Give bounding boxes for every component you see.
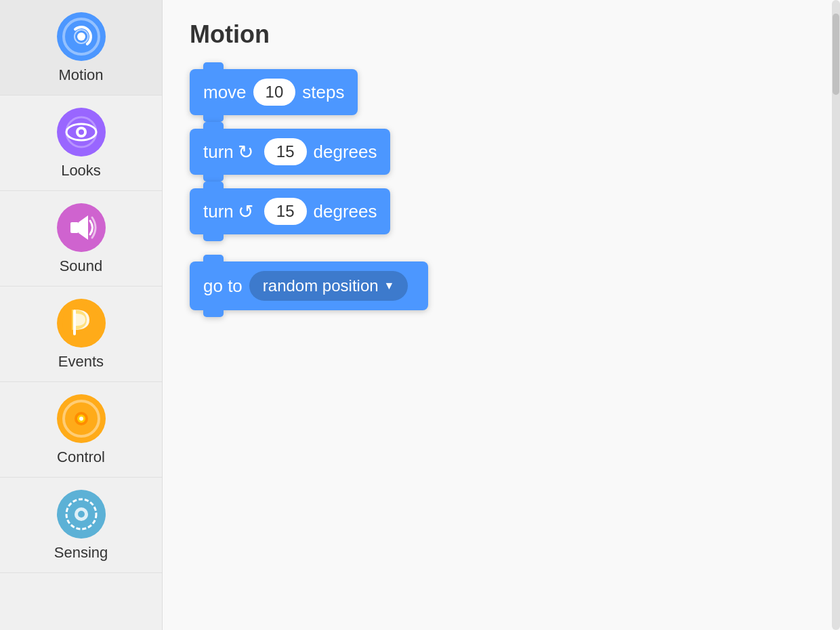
- sidebar: Motion Looks Sound: [0, 0, 163, 630]
- control-icon-circle: [57, 394, 106, 443]
- counterclockwise-icon: ↺: [238, 201, 253, 223]
- move-steps-input[interactable]: 10: [253, 79, 296, 106]
- sidebar-events-label: Events: [58, 353, 104, 371]
- turn-cw-input[interactable]: 15: [264, 138, 307, 165]
- move-steps-block[interactable]: move 10 steps: [190, 69, 358, 115]
- motion-icon-circle: [57, 12, 106, 61]
- go-to-block[interactable]: go to random position ▼: [190, 261, 428, 310]
- block-move-steps: move 10 steps: [190, 69, 813, 115]
- go-to-dropdown[interactable]: random position ▼: [249, 271, 408, 301]
- scrollbar-track[interactable]: [832, 0, 840, 630]
- clockwise-icon: ↻: [238, 141, 253, 163]
- sidebar-control-label: Control: [57, 448, 105, 466]
- sensing-icon-circle: [57, 490, 106, 539]
- looks-icon-circle: [57, 108, 106, 156]
- sidebar-item-motion[interactable]: Motion: [0, 0, 162, 96]
- dropdown-arrow-icon: ▼: [384, 280, 395, 292]
- turn-ccw-input[interactable]: 15: [264, 198, 307, 225]
- turn-clockwise-block[interactable]: turn ↻ 15 degrees: [190, 129, 390, 175]
- events-icon: [61, 303, 102, 343]
- svg-point-7: [79, 129, 84, 135]
- sidebar-item-looks[interactable]: Looks: [0, 96, 162, 191]
- turn-ccw-block[interactable]: turn ↺ 15 degrees: [190, 188, 390, 234]
- main-content: Motion move 10 steps turn ↻ 15 degrees t…: [163, 0, 840, 630]
- control-icon: [61, 398, 102, 439]
- sound-icon: [61, 207, 102, 248]
- svg-rect-8: [70, 222, 79, 233]
- sidebar-item-control[interactable]: Control: [0, 382, 162, 478]
- svg-marker-9: [79, 215, 88, 240]
- svg-point-2: [77, 33, 85, 41]
- sidebar-item-sound[interactable]: Sound: [0, 191, 162, 287]
- steps-text: steps: [302, 82, 344, 103]
- sidebar-sound-label: Sound: [60, 257, 103, 275]
- turn-cw-text: turn: [203, 142, 234, 163]
- sidebar-looks-label: Looks: [61, 162, 101, 180]
- dropdown-value: random position: [263, 276, 379, 295]
- svg-point-15: [79, 417, 83, 421]
- degrees-cw-text: degrees: [314, 142, 377, 163]
- go-to-text: go to: [203, 276, 243, 297]
- sidebar-sensing-label: Sensing: [54, 544, 108, 562]
- sidebar-item-events[interactable]: Events: [0, 287, 162, 382]
- scrollbar-thumb[interactable]: [833, 14, 839, 95]
- svg-rect-11: [73, 310, 76, 335]
- degrees-ccw-text: degrees: [314, 201, 377, 222]
- block-go-to: go to random position ▼: [190, 261, 813, 310]
- block-turn-ccw: turn ↺ 15 degrees: [190, 188, 813, 234]
- events-icon-circle: [57, 299, 106, 348]
- turn-ccw-text: turn: [203, 201, 234, 222]
- sidebar-motion-label: Motion: [58, 66, 103, 84]
- sound-icon-circle: [57, 203, 106, 252]
- svg-point-18: [78, 511, 85, 518]
- motion-icon: [61, 16, 102, 57]
- looks-icon: [61, 112, 102, 152]
- move-text: move: [203, 82, 247, 103]
- block-turn-clockwise: turn ↻ 15 degrees: [190, 129, 813, 175]
- page-title: Motion: [190, 20, 813, 49]
- sensing-icon: [61, 494, 102, 534]
- sidebar-item-sensing[interactable]: Sensing: [0, 478, 162, 573]
